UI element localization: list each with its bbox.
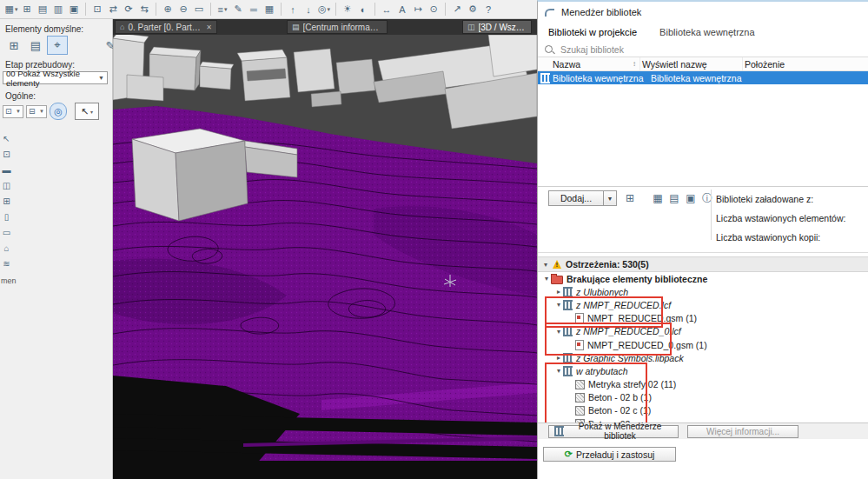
tab-close-icon[interactable]: ✕ [206, 23, 212, 31]
3d-scene[interactable] [113, 35, 537, 479]
pen-sets-icon[interactable]: ✎ [231, 3, 245, 17]
toolbar-separator [210, 3, 211, 16]
manage-libraries-icon[interactable]: ▦ [650, 190, 666, 206]
marquee-tool-icon[interactable]: ⊡ [3, 146, 10, 162]
layers-icon[interactable]: ≡▾ [215, 3, 229, 17]
sort-icon[interactable]: ↕ [633, 60, 636, 68]
add-library-part-icon[interactable]: ⊞ [622, 190, 638, 206]
toolbar-separator [85, 3, 86, 16]
roof-tool-icon[interactable]: ⌂ [3, 240, 9, 256]
fit-in-window-icon[interactable]: ▭ [192, 3, 206, 17]
arrow-tool-icon[interactable]: ↖ [3, 130, 10, 146]
sun-study-icon[interactable]: ☀ [341, 3, 354, 17]
tab-floor-plan[interactable]: ⌂0. Parter [0. Parter]✕ [115, 20, 217, 34]
folder-icon [551, 276, 563, 284]
story-up-icon[interactable]: ↑ [286, 3, 300, 17]
attr-icon [575, 393, 585, 402]
snap-grid-combo-icon[interactable]: ⊡▼ [3, 105, 23, 118]
wall-tool-icon[interactable]: ▬ [3, 162, 11, 177]
tree-item[interactable]: Beton - 02 c (1) [538, 404, 868, 417]
search-input[interactable] [559, 43, 823, 56]
line-type-icon[interactable]: ═ [247, 3, 261, 17]
top-toolbar: ▦▾⊞▤▥▣⊡⇄⟳⇆⊕⊖▭≡▾✎═▦↑↓◎▾☀◐↔A↦⊙↗⚙? [0, 0, 537, 19]
gsm-icon [575, 313, 584, 323]
split-rows-icon[interactable]: ▤ [36, 3, 50, 17]
zoom-in-icon[interactable]: ⊕ [161, 3, 175, 17]
shadows-icon[interactable]: ◐ [356, 3, 370, 17]
library-report-icon[interactable]: ▣ [683, 190, 699, 206]
palette-handle-icon[interactable] [545, 9, 554, 17]
lib-icon [563, 366, 573, 376]
mirror-icon[interactable]: ⇆ [137, 3, 151, 17]
tree-item[interactable]: NMPT_REDUCED_0.gsm (1) [538, 338, 868, 351]
chevron-down-icon[interactable]: ▾ [542, 275, 551, 283]
tree-item[interactable]: ▾z NMPT_REDUCED.lcf [538, 298, 868, 311]
tracker-icon[interactable]: ⌖ [47, 36, 68, 55]
camera-icon[interactable]: ◎▾ [317, 3, 331, 17]
zoom-out-icon[interactable]: ⊖ [176, 3, 190, 17]
slab-tool-icon[interactable]: ▭ [3, 224, 10, 240]
library-tab[interactable]: Biblioteka wewnętrzna [659, 27, 754, 37]
chevron-down-icon[interactable]: ▾ [554, 301, 563, 309]
tree-item[interactable]: Metryka strefy 02 (11) [538, 378, 868, 391]
chevron-down-icon[interactable]: ▾ [554, 367, 563, 375]
organizer-icon[interactable]: ⊞ [20, 3, 34, 17]
library-tab[interactable]: Biblioteki w projekcie [548, 27, 637, 37]
library-table-header: Nazwa↕Wyświetl nazwęPołożenie [538, 57, 868, 71]
renovation-stage-select[interactable]: 00 Pokaż Wszystkie elementy ▼ [3, 71, 108, 84]
add-library-button[interactable]: Dodaj... [548, 190, 604, 206]
move-icon[interactable]: ⇄ [106, 3, 120, 17]
viewport[interactable]: ⌂0. Parter [0. Parter]✕▤[Centrum informa… [113, 19, 537, 479]
window-tool-icon[interactable]: ⊞ [3, 193, 10, 209]
tree-item-label: z Ulubionych [576, 287, 628, 297]
text-label-icon[interactable]: A [395, 3, 409, 17]
warnings-bar[interactable]: ▾ Ostrzeżenia: 530(5) [538, 256, 868, 272]
tree-item[interactable]: ▸z Ulubionych [538, 285, 868, 298]
split-columns-icon[interactable]: ▥ [51, 3, 65, 17]
save-report-icon[interactable]: ▤ [666, 190, 682, 206]
detail-icon[interactable]: ⊙ [427, 3, 441, 17]
guide-lines-combo-icon[interactable]: ⊟▼ [26, 105, 47, 118]
tab-info-center[interactable]: ▤[Centrum informacyjne] [287, 20, 388, 34]
tree-item[interactable]: Beton - 02 b (1) [538, 391, 868, 404]
chevron-right-icon[interactable]: ▸ [554, 354, 563, 362]
mesh-tool-icon[interactable]: ≋ [3, 256, 10, 271]
favorites-grid-icon[interactable]: ⊞ [3, 36, 24, 55]
reload-and-apply-button[interactable]: ⟳ Przeładuj i zastosuj [543, 447, 676, 462]
show-in-library-manager-button[interactable]: Pokaż w Menedżerze bibliotek [548, 425, 679, 438]
left-sidebar: Elementy domyślne: ⊞▤⌖✎ Etap przebudowy:… [0, 19, 113, 479]
door-tool-icon[interactable]: ◫ [3, 177, 10, 193]
clipboard-icon[interactable]: ▤ [25, 36, 46, 55]
tree-item[interactable]: ▾w atrybutach [538, 364, 868, 377]
arrow-cursor-icon[interactable]: ↖▾ [75, 103, 99, 120]
tree-item[interactable]: ▾Brakujące elementy biblioteczne [538, 272, 868, 285]
snap-grid-icon[interactable]: ▦ [262, 3, 276, 17]
library-list-empty-area[interactable] [538, 84, 868, 187]
tree-item[interactable]: ▸z Graphic Symbols.libpack [538, 351, 868, 364]
window-layout-icon[interactable]: ▦▾ [4, 3, 18, 17]
column-header[interactable]: Nazwa↕ [538, 57, 640, 70]
chevron-down-icon[interactable]: ▾ [541, 261, 550, 269]
help-icon[interactable]: ? [481, 3, 495, 17]
column-header[interactable]: Położenie [743, 57, 868, 70]
marker-icon[interactable]: ↦ [411, 3, 425, 17]
dimension-icon[interactable]: ↔ [380, 3, 394, 17]
chevron-down-icon[interactable]: ▾ [554, 328, 563, 336]
marquee-icon[interactable]: ⊡ [90, 3, 104, 17]
story-down-icon[interactable]: ↓ [301, 3, 315, 17]
info-icon[interactable]: ⓘ [699, 190, 715, 206]
orbit-icon[interactable]: ◎ [50, 103, 67, 120]
publish-icon[interactable]: ↗ [450, 3, 464, 17]
tab-3d[interactable]: ◫[3D / Wszystko] [462, 20, 532, 34]
column-tool-icon[interactable]: ▯ [4, 209, 10, 224]
table-row[interactable]: Biblioteka wewnętrznaBiblioteka wewnętrz… [538, 71, 868, 84]
tree-item[interactable]: NMPT_REDUCED.gsm (1) [538, 312, 868, 325]
chevron-down-icon: ▼ [16, 109, 21, 114]
add-dropdown-caret-icon[interactable]: ▼ [604, 190, 617, 206]
settings-gear-icon[interactable]: ⚙ [466, 3, 480, 17]
worksheet-icon[interactable]: ▣ [67, 3, 81, 17]
rotate-icon[interactable]: ⟳ [122, 3, 136, 17]
column-header[interactable]: Wyświetl nazwę [640, 57, 743, 70]
tree-item[interactable]: ▾z NMPT_REDUCED_0.lcf [538, 325, 868, 338]
chevron-right-icon[interactable]: ▸ [554, 288, 563, 296]
